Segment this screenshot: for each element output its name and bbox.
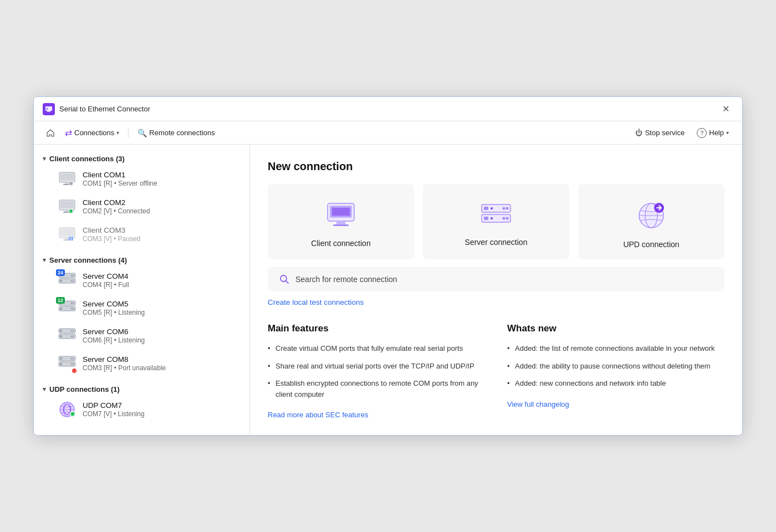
server-com6-item[interactable]: Server COM6 COM6 [R] • Listening xyxy=(34,322,249,350)
server-card-icon xyxy=(479,202,513,231)
svg-rect-66 xyxy=(484,207,488,210)
server-connection-card[interactable]: Server connection xyxy=(423,184,569,259)
connections-icon: ⇄ xyxy=(65,127,72,138)
feature-item-3: Establish encrypted connections to remot… xyxy=(268,378,485,400)
svg-point-48 xyxy=(71,358,73,360)
svg-point-15 xyxy=(69,209,73,213)
client-com1-name: Client COM1 xyxy=(83,171,239,179)
search-nav-icon: 🔍 xyxy=(137,129,147,137)
search-remote-bar[interactable]: Search for remote connection xyxy=(268,267,724,291)
udp-com7-name: UDP COM7 xyxy=(83,401,239,410)
udp-com7-item[interactable]: UDP COM7 COM7 [V] • Listening xyxy=(34,396,249,423)
spacer xyxy=(34,248,249,253)
connection-cards: Client connection xyxy=(268,184,724,259)
svg-rect-17 xyxy=(60,229,74,236)
server-com8-status xyxy=(72,368,77,374)
server-com6-name: Server COM6 xyxy=(83,328,239,336)
close-button[interactable]: ✕ xyxy=(718,101,733,117)
svg-point-37 xyxy=(73,308,74,310)
client-connections-section[interactable]: ▾ Client connections (3) xyxy=(34,151,249,165)
svg-rect-39 xyxy=(60,330,62,332)
server-com5-name: Server COM5 xyxy=(83,300,239,308)
server-card-label: Server connection xyxy=(465,238,528,247)
main-features-col: Main features Create virtual COM ports t… xyxy=(268,323,485,420)
svg-point-79 xyxy=(280,275,287,282)
client-com1-sub: COM1 [R] • Server offline xyxy=(83,180,239,187)
spacer2 xyxy=(34,377,249,382)
app-icon xyxy=(43,103,55,115)
client-com2-sub: COM2 [V] • Connected xyxy=(83,207,239,215)
title-bar: Serial to Ethernet Connector ✕ xyxy=(34,97,742,121)
server-com8-item[interactable]: Server COM8 COM3 [R] • Port unavailable xyxy=(34,350,249,377)
svg-point-28 xyxy=(71,280,73,282)
client-com3-name: Client COM3 xyxy=(83,226,239,234)
server-com4-badge: 24 xyxy=(56,269,65,276)
svg-point-58 xyxy=(71,412,75,416)
nav-bar: ⇄ Connections ▾ 🔍 Remote connections ⏻ S… xyxy=(34,121,742,145)
upd-card-label: UPD connection xyxy=(623,240,679,249)
udp-connections-section[interactable]: ▾ UDP connections (1) xyxy=(34,382,249,396)
svg-point-24 xyxy=(71,275,73,277)
client-com1-text: Client COM1 COM1 [R] • Server offline xyxy=(83,171,239,187)
svg-point-29 xyxy=(73,280,74,282)
client-connection-card[interactable]: Client connection xyxy=(268,184,414,259)
nav-divider xyxy=(128,128,129,138)
app-window: Serial to Ethernet Connector ✕ ⇄ Connect… xyxy=(33,96,743,436)
whats-new-title: Whats new xyxy=(507,323,724,334)
connections-chevron: ▾ xyxy=(116,130,119,136)
stop-service-label: Stop service xyxy=(645,129,685,137)
window-title: Serial to Ethernet Connector xyxy=(59,105,718,113)
feature-item-1: Create virtual COM ports that fully emul… xyxy=(268,343,485,354)
server-com4-name: Server COM4 xyxy=(83,272,239,280)
connections-nav[interactable]: ⇄ Connections ▾ xyxy=(60,125,124,140)
svg-rect-62 xyxy=(333,224,349,226)
client-com1-item[interactable]: Client COM1 COM1 [R] • Server offline xyxy=(34,165,249,193)
server-com4-icon: 24 xyxy=(57,270,77,290)
svg-point-36 xyxy=(71,308,73,310)
changelog-link[interactable]: View full changelog xyxy=(507,400,569,408)
whats-new-col: Whats new Added: the list of remote conn… xyxy=(507,323,724,420)
udp-com7-text: UDP COM7 COM7 [V] • Listening xyxy=(83,401,239,418)
server-com6-sub: COM6 [R] • Listening xyxy=(83,336,239,344)
server-com4-sub: COM4 [R] • Full xyxy=(83,281,239,289)
udp-com7-icon xyxy=(57,400,77,420)
svg-point-52 xyxy=(71,364,73,365)
server-com5-sub: COM5 [R] • Listening xyxy=(83,309,239,316)
svg-point-68 xyxy=(506,207,509,210)
create-test-link[interactable]: Create local test connections xyxy=(268,298,364,306)
svg-point-33 xyxy=(73,303,74,304)
read-more-link[interactable]: Read more about SEC features xyxy=(268,411,368,419)
server-connections-section[interactable]: ▾ Server connections (4) xyxy=(34,253,249,267)
server-section-label: Server connections (4) xyxy=(49,256,127,264)
svg-point-71 xyxy=(503,217,506,220)
server-com8-name: Server COM8 xyxy=(83,355,239,364)
svg-rect-18 xyxy=(65,238,69,239)
client-com3-text: Client COM3 COM3 [V] • Paused xyxy=(83,226,239,243)
help-chevron: ▾ xyxy=(726,130,729,136)
server-com5-item[interactable]: 12 Server COM5 COM5 [R] • Listening xyxy=(34,294,249,322)
whats-new-item-1: Added: the list of remote connections av… xyxy=(507,343,724,354)
udp-section-label: UDP connections (1) xyxy=(49,385,120,393)
upd-connection-card[interactable]: UPD connection xyxy=(578,184,724,259)
main-features-list: Create virtual COM ports that fully emul… xyxy=(268,343,485,400)
svg-rect-5 xyxy=(60,173,74,181)
main-layout: ▾ Client connections (3) Client C xyxy=(34,145,742,435)
remote-label: Remote connections xyxy=(149,129,215,137)
client-com2-text: Client COM2 COM2 [V] • Connected xyxy=(83,198,239,215)
stop-service-button[interactable]: ⏻ Stop service xyxy=(630,126,691,139)
svg-rect-51 xyxy=(60,363,62,365)
svg-point-49 xyxy=(73,358,74,360)
server-com5-icon: 12 xyxy=(57,298,77,318)
help-button[interactable]: ? Help ▾ xyxy=(692,126,733,140)
svg-point-45 xyxy=(73,336,74,337)
help-icon: ? xyxy=(697,128,707,138)
whats-new-item-3: Added: new connections and network info … xyxy=(507,378,724,389)
remote-connections-nav[interactable]: 🔍 Remote connections xyxy=(133,126,219,140)
server-com4-item[interactable]: 24 Server COM4 COM4 [R] • Full xyxy=(34,267,249,294)
client-com3-item[interactable]: Client COM3 COM3 [V] • Paused xyxy=(34,221,249,248)
client-com2-item[interactable]: Client COM2 COM2 [V] • Connected xyxy=(34,193,249,221)
home-button[interactable] xyxy=(43,125,58,141)
main-content: New connection xyxy=(250,145,742,435)
client-com3-sub: COM3 [V] • Paused xyxy=(83,235,239,243)
client-com1-icon xyxy=(57,169,77,189)
